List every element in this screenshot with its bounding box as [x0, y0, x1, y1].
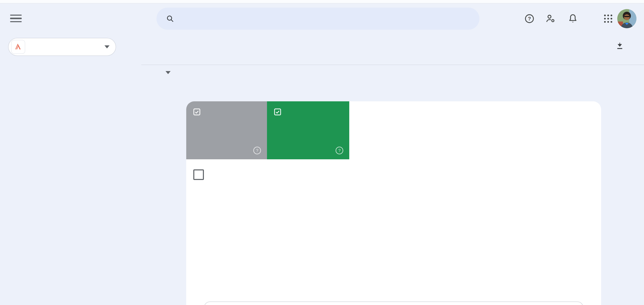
app-logo[interactable] — [27, 13, 29, 24]
search-icon — [166, 14, 175, 23]
page-filter-dropdown[interactable] — [152, 71, 171, 74]
export-button[interactable] — [615, 41, 629, 50]
bell-icon — [567, 13, 578, 24]
manage-users-button[interactable] — [541, 9, 560, 28]
chevron-down-icon — [104, 45, 110, 48]
user-settings-icon — [545, 13, 556, 24]
menu-icon[interactable] — [10, 15, 22, 23]
chevron-down-icon — [166, 71, 171, 74]
search-input[interactable] — [182, 14, 456, 23]
details-table-top — [204, 301, 583, 305]
help-icon: ? — [524, 13, 535, 24]
apps-grid-icon — [603, 13, 614, 24]
google-apps-button[interactable] — [599, 9, 618, 28]
avatar-photo — [617, 9, 636, 29]
property-favicon — [11, 40, 25, 54]
page-indexing-panel: ? ? — [186, 101, 601, 305]
pages-chart — [186, 101, 601, 305]
notifications-button[interactable] — [563, 9, 582, 28]
account-avatar[interactable] — [617, 9, 636, 28]
window-top-strip — [0, 0, 644, 4]
svg-text:?: ? — [528, 16, 531, 21]
google-search-console-app: ? — [0, 0, 644, 305]
download-icon — [615, 41, 624, 50]
title-divider — [141, 65, 644, 65]
url-inspect-searchbar[interactable] — [156, 8, 479, 30]
help-button[interactable]: ? — [520, 9, 539, 28]
sidebar — [0, 36, 141, 305]
property-selector[interactable] — [8, 38, 116, 56]
